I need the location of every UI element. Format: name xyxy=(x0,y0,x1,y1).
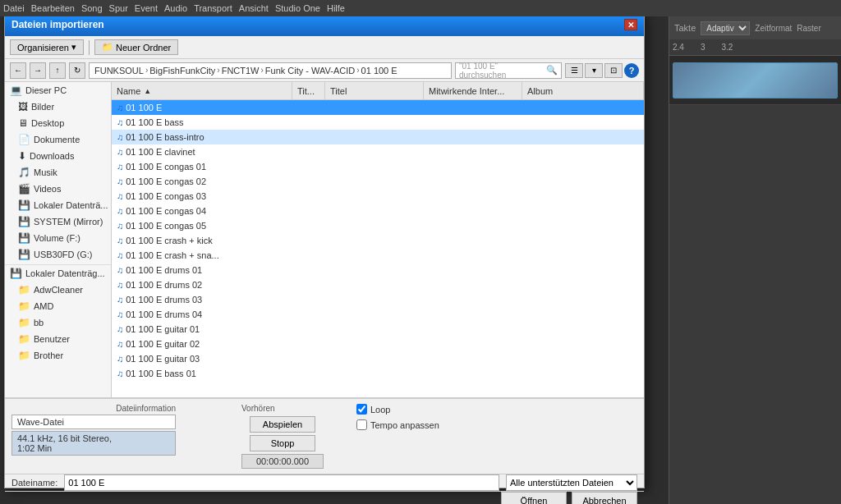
menu-bar: Datei Bearbeiten Song Spur Event Audio T… xyxy=(0,0,841,16)
pc-icon: 💻 xyxy=(10,85,22,96)
sidebar-item-dokumente[interactable]: 📄 Dokumente xyxy=(5,131,111,148)
file-item-11[interactable]: ♫ 01 100 E drums 01 xyxy=(112,263,644,277)
loop-label: Loop xyxy=(370,405,390,415)
help-button[interactable]: ? xyxy=(624,63,639,78)
col-header-name[interactable]: Name ▲ xyxy=(112,82,292,99)
file-icon-4: ♫ xyxy=(117,162,123,172)
play-button[interactable]: Abspielen xyxy=(250,416,315,433)
new-folder-label: Neuer Ordner xyxy=(116,43,171,53)
file-icon-18: ♫ xyxy=(117,369,123,378)
loop-checkbox[interactable] xyxy=(356,404,367,415)
file-icon-16: ♫ xyxy=(117,339,123,349)
sidebar-item-benutzer[interactable]: 📁 Benutzer xyxy=(5,331,111,347)
sidebar-item-videos[interactable]: 🎬 Videos xyxy=(5,181,111,197)
sidebar-label-system: SYSTEM (Mirror) xyxy=(34,217,103,227)
open-button[interactable]: Öffnen xyxy=(501,492,567,504)
address-path[interactable]: FUNKSOUL › BigFishFunkCity › FNCT1W › Fu… xyxy=(89,62,452,79)
file-info-section: Dateiinformation Wave-Datei 44.1 kHz, 16… xyxy=(11,404,176,456)
sidebar-item-dieser-pc[interactable]: 💻 Dieser PC xyxy=(5,82,111,99)
back-button[interactable]: ← xyxy=(10,62,26,79)
tempo-checkbox[interactable] xyxy=(356,419,367,430)
sidebar-item-adwcleaner[interactable]: 📁 AdwCleaner xyxy=(5,282,111,298)
path-sep-2: › xyxy=(217,66,219,75)
menu-bearbeiten[interactable]: Bearbeiten xyxy=(31,3,75,13)
file-icon-2: ♫ xyxy=(117,132,123,142)
file-item-6[interactable]: ♫ 01 100 E congas 03 xyxy=(112,189,644,204)
sidebar-item-volume-f[interactable]: 💾 Volume (F:) xyxy=(5,230,111,246)
daw-track xyxy=(669,56,841,105)
sidebar-item-downloads[interactable]: ⬇ Downloads xyxy=(5,148,111,164)
adwcleaner-icon: 📁 xyxy=(18,284,30,296)
filename-input[interactable] xyxy=(64,474,499,491)
menu-studioone[interactable]: Studio One xyxy=(275,3,320,13)
toolbar-separator xyxy=(89,40,90,55)
sidebar-item-usb[interactable]: 💾 USB30FD (G:) xyxy=(5,246,111,263)
file-item-1[interactable]: ♫ 01 100 E bass xyxy=(112,115,644,130)
sidebar-item-musik[interactable]: 🎵 Musik xyxy=(5,164,111,181)
sidebar-item-lokaler1[interactable]: 💾 Lokaler Datenträ... xyxy=(5,197,111,213)
checkboxes-section: Loop Tempo anpassen xyxy=(356,404,439,430)
menu-datei[interactable]: Datei xyxy=(3,3,25,13)
list-view-button[interactable]: ☰ xyxy=(565,63,583,78)
track-clip[interactable] xyxy=(673,62,838,99)
search-box[interactable]: "01 100 E" durchsuchen 🔍 xyxy=(455,62,562,79)
up-button[interactable]: ↑ xyxy=(49,62,66,79)
file-icon-15: ♫ xyxy=(117,324,123,334)
dokumente-icon: 📄 xyxy=(18,134,30,145)
file-item-12[interactable]: ♫ 01 100 E drums 02 xyxy=(112,277,644,292)
sidebar-label-musik: Musik xyxy=(34,167,57,177)
file-item-18[interactable]: ♫ 01 100 E bass 01 xyxy=(112,366,644,381)
file-item-17[interactable]: ♫ 01 100 E guitar 03 xyxy=(112,351,644,366)
file-item-16[interactable]: ♫ 01 100 E guitar 02 xyxy=(112,337,644,351)
cancel-button[interactable]: Abbrechen xyxy=(572,492,637,504)
stop-button[interactable]: Stopp xyxy=(250,435,315,451)
menu-ansicht[interactable]: Ansicht xyxy=(239,3,269,13)
file-item-3[interactable]: ♫ 01 100 E clavinet xyxy=(112,144,644,159)
menu-hilfe[interactable]: Hilfe xyxy=(327,3,345,13)
preview-toggle-button[interactable]: ⊡ xyxy=(604,63,623,78)
menu-event[interactable]: Event xyxy=(135,3,158,13)
action-bar: Öffnen Abbrechen xyxy=(5,491,644,504)
sidebar-label-lokaler1: Lokaler Datenträ... xyxy=(34,200,108,210)
sidebar-item-bb[interactable]: 📁 bb xyxy=(5,314,111,331)
dialog-close-button[interactable]: ✕ xyxy=(624,19,637,30)
file-name-13: 01 100 E drums 03 xyxy=(126,295,202,305)
dialog-title-bar: Dateien importieren ✕ xyxy=(5,13,644,36)
new-folder-button[interactable]: 📁 Neuer Ordner xyxy=(94,39,178,55)
forward-button[interactable]: → xyxy=(30,62,46,79)
menu-song[interactable]: Song xyxy=(81,3,103,13)
file-item-4[interactable]: ♫ 01 100 E congas 01 xyxy=(112,159,644,174)
organize-button[interactable]: Organisieren ▾ xyxy=(10,39,84,55)
sidebar-item-desktop[interactable]: 🖥 Desktop xyxy=(5,115,111,131)
sidebar-label-adwcleaner: AdwCleaner xyxy=(34,285,83,295)
sidebar-item-lokaler2[interactable]: 💾 Lokaler Datenträg... xyxy=(5,264,111,282)
file-item-15[interactable]: ♫ 01 100 E guitar 01 xyxy=(112,322,644,337)
menu-transport[interactable]: Transport xyxy=(194,3,232,13)
col-header-mitwirkende[interactable]: Mitwirkende Inter... xyxy=(424,82,522,99)
file-item-2[interactable]: ♫ 01 100 E bass-intro xyxy=(112,130,644,144)
col-header-titel[interactable]: Titel xyxy=(325,82,424,99)
file-item-10[interactable]: ♫ 01 100 E crash + sna... xyxy=(112,248,644,263)
file-item-7[interactable]: ♫ 01 100 E congas 04 xyxy=(112,204,644,218)
col-header-album[interactable]: Album xyxy=(522,82,644,99)
col-header-tit[interactable]: Tit... xyxy=(292,82,325,99)
sidebar-item-system[interactable]: 💾 SYSTEM (Mirror) xyxy=(5,213,111,230)
file-icon-0: ♫ xyxy=(117,103,123,112)
menu-spur[interactable]: Spur xyxy=(109,3,128,13)
file-item-14[interactable]: ♫ 01 100 E drums 04 xyxy=(112,307,644,322)
file-item-8[interactable]: ♫ 01 100 E congas 05 xyxy=(112,218,644,233)
file-item-0[interactable]: ♫ 01 100 E xyxy=(112,100,644,115)
file-item-13[interactable]: ♫ 01 100 E drums 03 xyxy=(112,292,644,307)
sidebar-item-bilder[interactable]: 🖼 Bilder xyxy=(5,99,111,115)
refresh-button[interactable]: ↻ xyxy=(69,62,85,79)
tempo-label: Tempo anpassen xyxy=(370,420,439,430)
sidebar-item-amd[interactable]: 📁 AMD xyxy=(5,298,111,314)
filetype-select[interactable]: Alle unterstützten Dateien xyxy=(506,474,637,491)
adaptiv-select[interactable]: Adaptiv xyxy=(701,21,750,35)
view-dropdown-button[interactable]: ▾ xyxy=(585,63,603,78)
file-item-9[interactable]: ♫ 01 100 E crash + kick xyxy=(112,233,644,248)
file-item-5[interactable]: ♫ 01 100 E congas 02 xyxy=(112,174,644,189)
sidebar-item-brother[interactable]: 📁 Brother xyxy=(5,347,111,364)
menu-audio[interactable]: Audio xyxy=(164,3,187,13)
file-sidebar: 💻 Dieser PC 🖼 Bilder 🖥 Desktop 📄 Dokumen… xyxy=(5,82,112,397)
